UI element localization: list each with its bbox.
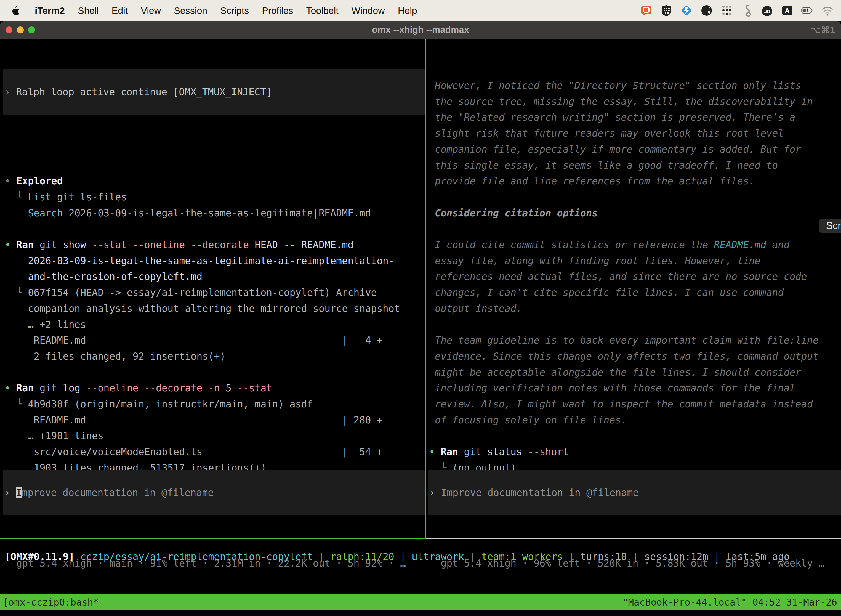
text-segment: Considering citation options — [429, 208, 598, 219]
text-segment: … +1901 lines — [5, 430, 104, 441]
text-segment: status — [482, 446, 528, 457]
text-segment: the source tree, missing the essay. Stil… — [429, 96, 813, 107]
terminal-line: review. Also, I might want to inspect th… — [429, 396, 813, 412]
right-input-box[interactable]: › Improve documentation in @filename — [428, 470, 841, 515]
text-segment: 2026-03-09-is-legal-the-same-as-legitima… — [63, 208, 371, 219]
text-segment: this single essay, it seems like a good … — [429, 160, 778, 171]
text-segment: └ — [5, 287, 28, 298]
screen-notification-tooltip[interactable]: Scre — [819, 219, 841, 233]
menu-item-window[interactable]: Window — [352, 5, 385, 16]
text-segment: the "Related research writing" section i… — [429, 112, 796, 123]
text-segment: … +2 lines — [5, 319, 86, 330]
dark-circle-icon[interactable] — [700, 4, 713, 17]
terminal-line: The team guideline is to back every impo… — [429, 332, 819, 348]
terminal-line: might be acceptable alongside the file l… — [429, 364, 801, 380]
terminal-line: references need actual files, and since … — [429, 268, 807, 285]
tmux-host-clock: "MacBook-Pro-44.local" 04:52 31-Mar-26 — [623, 594, 841, 610]
menu-item-shell[interactable]: Shell — [78, 5, 99, 16]
text-segment: last:5m ago — [726, 551, 790, 562]
terminal-line: slight risk that future readers may over… — [429, 125, 784, 141]
menu-item-profiles[interactable]: Profiles — [262, 5, 293, 16]
text-segment: Ran — [16, 383, 34, 393]
tmux-status-bar: [omx-cczip0:bash* "MacBook-Pro-44.local"… — [0, 594, 841, 610]
terminal-line: Search 2026-03-09-is-legal-the-same-as-l… — [5, 205, 371, 221]
text-segment: README.md | 280 + — [5, 415, 383, 425]
text-segment: session:12m — [644, 551, 708, 562]
text-segment: Ran — [16, 239, 34, 250]
text-segment: git — [458, 446, 481, 457]
text-cursor: I — [16, 487, 22, 498]
text-segment: companion analysis without altering the … — [5, 303, 400, 314]
menu-item-view[interactable]: View — [141, 5, 161, 16]
text-segment — [5, 208, 28, 219]
terminal-line: • Ran git show --stat --oneline --decora… — [5, 237, 353, 253]
terminal-line: essay file, along with finding root file… — [429, 253, 760, 269]
terminal-line: … +2 lines — [5, 317, 86, 333]
text-segment: ultrawork — [412, 551, 464, 562]
menu-item-iterm2[interactable]: iTerm2 — [35, 5, 65, 16]
text-segment: git — [34, 383, 57, 393]
left-input-box[interactable]: › Improve documentation in @filename — [3, 470, 425, 515]
text-segment: Search — [28, 208, 63, 219]
menu-item-scripts[interactable]: Scripts — [220, 5, 249, 16]
left-prompt-box[interactable]: › Ralph loop active continue [OMX_TMUX_I… — [3, 69, 425, 115]
text-segment: and-the-erosion-of-copyleft.md — [5, 271, 202, 282]
text-segment: README.md — [296, 239, 354, 250]
title-bar[interactable]: omx --xhigh --madmax ⌥⌘1 — [0, 21, 841, 39]
menu-item-toolbelt[interactable]: Toolbelt — [306, 5, 338, 16]
terminal-line: I could cite commit statistics or refere… — [429, 237, 790, 253]
terminal-line: … +1901 lines — [5, 428, 104, 444]
menu-items: iTerm2ShellEditViewSessionScriptsProfile… — [35, 5, 417, 16]
text-segment: might be acceptable alongside the file l… — [429, 367, 801, 378]
right-pane-border — [426, 538, 841, 539]
menu-bar: iTerm2ShellEditViewSessionScriptsProfile… — [0, 0, 841, 21]
terminal-line: the source tree, missing the essay. Stil… — [429, 94, 813, 110]
wifi-icon[interactable] — [821, 4, 834, 17]
text-segment: slight risk that future readers may over… — [429, 128, 784, 139]
blue-sync-icon[interactable] — [680, 4, 693, 17]
text-segment: essay file, along with finding root file… — [429, 255, 760, 266]
text-segment: | — [394, 551, 412, 562]
keyboard-layout-icon[interactable]: A — [781, 4, 794, 17]
text-segment: [OMX#0.11.9] — [5, 551, 75, 562]
terminal-line: src/voice/voiceModeEnabled.ts | 54 + — [5, 444, 383, 460]
text-segment: -- — [284, 239, 296, 250]
text-segment: changes, I can't cite specific file line… — [429, 287, 784, 298]
terminal-line: • Explored — [5, 173, 63, 189]
menu-item-edit[interactable]: Edit — [112, 5, 128, 16]
menu-item-help[interactable]: Help — [398, 5, 417, 16]
text-segment: › — [4, 87, 16, 97]
text-segment: src/voice/voiceModeEnabled.ts | 54 + — [5, 446, 383, 457]
text-segment: --stat — [237, 383, 272, 393]
text-segment: ralph:11/20 — [330, 551, 394, 562]
text-segment: HEAD — [249, 239, 284, 250]
menu-status-icons: ..61A — [640, 4, 834, 17]
terminal-line: However, I noticed the "Directory Struct… — [429, 78, 801, 94]
text-segment: show — [57, 239, 92, 250]
text-segment: | — [464, 551, 482, 562]
text-segment: However, I noticed the "Directory Struct… — [429, 80, 801, 91]
text-segment: evidence. Since this change only affects… — [429, 351, 819, 362]
text-segment: README.md — [714, 239, 766, 250]
text-segment: --stat --oneline --decorate — [92, 239, 249, 250]
chat-app-icon[interactable] — [640, 4, 652, 17]
window-title: omx --xhigh --madmax — [0, 25, 841, 35]
svg-text:..61: ..61 — [763, 9, 771, 14]
text-segment: Improve documentation in @filename — [441, 487, 639, 498]
menu-item-session[interactable]: Session — [174, 5, 207, 16]
text-segment: | — [313, 551, 330, 562]
dots-grid-icon[interactable] — [721, 4, 733, 17]
battery-icon[interactable] — [801, 4, 814, 17]
shield-grid-icon[interactable] — [660, 4, 673, 17]
battery-percent-icon[interactable]: ..61 — [761, 4, 774, 17]
text-segment: 5 — [220, 383, 237, 393]
apple-menu-icon[interactable] — [11, 5, 21, 16]
text-segment: git — [34, 239, 57, 250]
terminal-line: └ List git ls-files — [5, 189, 127, 205]
text-segment: | — [563, 551, 580, 562]
pane-divider[interactable] — [425, 39, 426, 539]
text-segment: review. Also, I might want to inspect th… — [429, 399, 813, 409]
svg-text:A: A — [785, 7, 790, 15]
text-segment: └ — [5, 192, 28, 202]
squiggle-icon[interactable] — [741, 4, 753, 17]
